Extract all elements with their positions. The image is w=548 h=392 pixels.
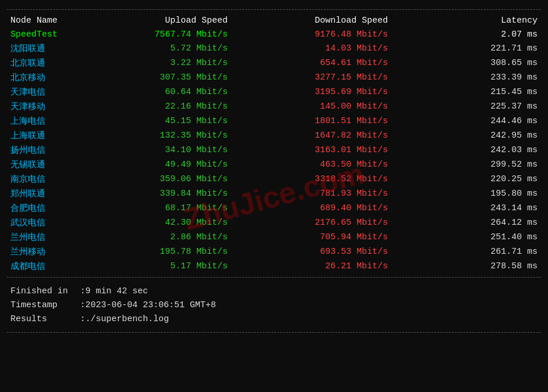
table-row: 天津移动 22.16 Mbit/s 145.00 Mbit/s 225.37 m…	[7, 99, 541, 114]
cell-node: 上海联通	[7, 128, 92, 143]
cell-upload: 42.30 Mbit/s	[92, 215, 231, 230]
footer-results-value: ./superbench.log	[85, 312, 169, 326]
footer-timestamp-value: 2023-06-04 23:06:51 GMT+8	[85, 299, 216, 312]
footer-finished-row: Finished in : 9 min 42 sec	[10, 285, 538, 299]
table-row: 兰州移动 195.78 Mbit/s 693.53 Mbit/s 261.71 …	[7, 244, 541, 259]
footer-timestamp-row: Timestamp : 2023-06-04 23:06:51 GMT+8	[10, 299, 538, 312]
cell-download: 781.93 Mbit/s	[231, 186, 391, 201]
cell-node: SpeedTest	[7, 28, 92, 41]
cell-upload: 22.16 Mbit/s	[92, 99, 231, 114]
cell-download: 9176.48 Mbit/s	[231, 28, 391, 41]
cell-node: 天津移动	[7, 99, 92, 114]
cell-upload: 359.06 Mbit/s	[92, 172, 231, 186]
cell-latency: 233.39 ms	[391, 70, 541, 85]
cell-download: 693.53 Mbit/s	[231, 244, 391, 259]
table-row: 上海联通 132.35 Mbit/s 1647.82 Mbit/s 242.95…	[7, 128, 541, 143]
cell-upload: 60.64 Mbit/s	[92, 85, 231, 99]
cell-node: 无锡联通	[7, 157, 92, 172]
table-row: 无锡联通 49.49 Mbit/s 463.50 Mbit/s 299.52 m…	[7, 157, 541, 172]
cell-latency: 221.71 ms	[391, 41, 541, 56]
cell-upload: 34.10 Mbit/s	[92, 143, 231, 157]
cell-latency: 299.52 ms	[391, 157, 541, 172]
cell-latency: 215.45 ms	[391, 85, 541, 99]
cell-download: 14.03 Mbit/s	[231, 41, 391, 56]
cell-download: 3163.01 Mbit/s	[231, 143, 391, 157]
cell-node: 扬州电信	[7, 143, 92, 157]
footer-results-row: Results : ./superbench.log	[10, 312, 538, 326]
cell-node: 北京移动	[7, 70, 92, 85]
col-header-download: Download Speed	[231, 13, 391, 28]
table-row: 兰州电信 2.86 Mbit/s 705.94 Mbit/s 251.40 ms	[7, 230, 541, 244]
table-row: 南京电信 359.06 Mbit/s 3318.52 Mbit/s 220.25…	[7, 172, 541, 186]
col-header-node: Node Name	[7, 13, 92, 28]
table-row: 合肥电信 68.17 Mbit/s 689.40 Mbit/s 243.14 m…	[7, 201, 541, 215]
cell-download: 26.21 Mbit/s	[231, 259, 391, 274]
cell-download: 463.50 Mbit/s	[231, 157, 391, 172]
middle-divider	[7, 277, 541, 278]
footer-colon-3: :	[80, 312, 85, 326]
table-row: 上海电信 45.15 Mbit/s 1801.51 Mbit/s 244.46 …	[7, 114, 541, 128]
cell-latency: 225.37 ms	[391, 99, 541, 114]
cell-latency: 2.07 ms	[391, 28, 541, 41]
cell-upload: 3.22 Mbit/s	[92, 56, 231, 70]
cell-upload: 7567.74 Mbit/s	[92, 28, 231, 41]
cell-latency: 251.40 ms	[391, 230, 541, 244]
cell-latency: 220.25 ms	[391, 172, 541, 186]
speed-table-wrapper: Node Name Upload Speed Download Speed La…	[7, 13, 541, 274]
cell-node: 郑州联通	[7, 186, 92, 201]
table-row: 成都电信 5.17 Mbit/s 26.21 Mbit/s 278.58 ms	[7, 259, 541, 274]
table-row: 扬州电信 34.10 Mbit/s 3163.01 Mbit/s 242.03 …	[7, 143, 541, 157]
cell-upload: 195.78 Mbit/s	[92, 244, 231, 259]
col-header-latency: Latency	[391, 13, 541, 28]
cell-node: 兰州移动	[7, 244, 92, 259]
cell-download: 3277.15 Mbit/s	[231, 70, 391, 85]
footer-finished-value: 9 min 42 sec	[85, 285, 148, 299]
cell-download: 2176.65 Mbit/s	[231, 215, 391, 230]
table-row: 北京移动 307.35 Mbit/s 3277.15 Mbit/s 233.39…	[7, 70, 541, 85]
cell-node: 上海电信	[7, 114, 92, 128]
cell-upload: 339.84 Mbit/s	[92, 186, 231, 201]
cell-node: 沈阳联通	[7, 41, 92, 56]
cell-node: 兰州电信	[7, 230, 92, 244]
cell-latency: 264.12 ms	[391, 215, 541, 230]
cell-upload: 132.35 Mbit/s	[92, 128, 231, 143]
table-row: 郑州联通 339.84 Mbit/s 781.93 Mbit/s 195.80 …	[7, 186, 541, 201]
cell-download: 689.40 Mbit/s	[231, 201, 391, 215]
cell-upload: 5.17 Mbit/s	[92, 259, 231, 274]
cell-node: 成都电信	[7, 259, 92, 274]
cell-latency: 195.80 ms	[391, 186, 541, 201]
cell-upload: 68.17 Mbit/s	[92, 201, 231, 215]
speed-table: Node Name Upload Speed Download Speed La…	[7, 13, 541, 274]
cell-download: 654.61 Mbit/s	[231, 56, 391, 70]
table-row: SpeedTest 7567.74 Mbit/s 9176.48 Mbit/s …	[7, 28, 541, 41]
cell-download: 705.94 Mbit/s	[231, 230, 391, 244]
footer-colon-1: :	[80, 285, 85, 299]
cell-node: 天津电信	[7, 85, 92, 99]
cell-upload: 2.86 Mbit/s	[92, 230, 231, 244]
footer-colon-2: :	[80, 299, 85, 312]
cell-node: 北京联通	[7, 56, 92, 70]
cell-latency: 261.71 ms	[391, 244, 541, 259]
cell-latency: 242.03 ms	[391, 143, 541, 157]
footer-finished-label: Finished in	[10, 285, 80, 299]
cell-upload: 45.15 Mbit/s	[92, 114, 231, 128]
cell-download: 145.00 Mbit/s	[231, 99, 391, 114]
top-divider	[7, 9, 541, 10]
table-row: 武汉电信 42.30 Mbit/s 2176.65 Mbit/s 264.12 …	[7, 215, 541, 230]
footer-timestamp-label: Timestamp	[10, 299, 80, 312]
cell-download: 1801.51 Mbit/s	[231, 114, 391, 128]
table-row: 北京联通 3.22 Mbit/s 654.61 Mbit/s 308.65 ms	[7, 56, 541, 70]
bottom-divider	[7, 332, 541, 333]
cell-download: 1647.82 Mbit/s	[231, 128, 391, 143]
cell-latency: 278.58 ms	[391, 259, 541, 274]
table-row: 天津电信 60.64 Mbit/s 3195.69 Mbit/s 215.45 …	[7, 85, 541, 99]
col-header-upload: Upload Speed	[92, 13, 231, 28]
cell-latency: 244.46 ms	[391, 114, 541, 128]
footer-section: Finished in : 9 min 42 sec Timestamp : 2…	[7, 281, 541, 329]
cell-download: 3318.52 Mbit/s	[231, 172, 391, 186]
table-header-row: Node Name Upload Speed Download Speed La…	[7, 13, 541, 28]
cell-node: 合肥电信	[7, 201, 92, 215]
footer-results-label: Results	[10, 312, 80, 326]
cell-latency: 243.14 ms	[391, 201, 541, 215]
cell-node: 武汉电信	[7, 215, 92, 230]
